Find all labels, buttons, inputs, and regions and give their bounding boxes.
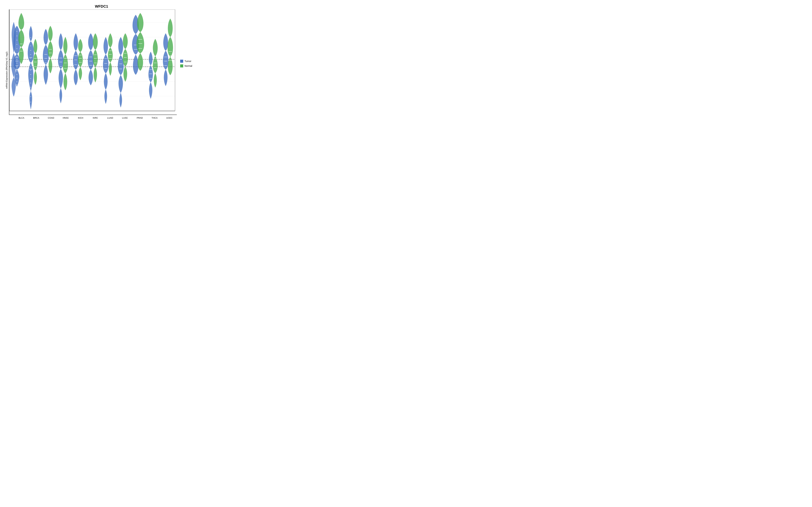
violin-kirc-normal [93, 34, 98, 50]
svg-rect-91 [16, 71, 17, 71]
svg-rect-86 [16, 49, 17, 49]
svg-rect-97 [30, 41, 31, 42]
svg-rect-88 [16, 59, 17, 60]
x-label-prad: PRAD [135, 117, 145, 123]
x-label-lusc: LUSC [120, 117, 130, 123]
x-label-kirc: KIRC [90, 117, 100, 123]
legend-label-normal: Normal [185, 65, 192, 67]
x-label-blca: BLCA [16, 117, 27, 123]
violin-thca-tumor [149, 52, 152, 65]
violin-kich-normal [78, 39, 83, 52]
svg-rect-104 [30, 70, 31, 70]
violin-lusc-tumor [118, 37, 123, 55]
svg-rect-89 [16, 63, 17, 63]
svg-rect-99 [30, 50, 31, 51]
chart-container: WFDC1 mRNA Expression (RNASeq V2, log2) [4, 3, 199, 124]
y-axis-label: mRNA Expression (RNASeq V2, log2) [4, 9, 9, 124]
legend-item-normal: Normal [180, 64, 199, 67]
svg-rect-93 [16, 78, 17, 78]
svg-rect-111 [30, 102, 31, 102]
violin-kirc-tumor [88, 34, 93, 50]
svg-rect-105 [30, 74, 31, 75]
svg-rect-109 [30, 92, 31, 92]
svg-rect-92 [16, 74, 17, 75]
x-label-brca: BRCA [31, 117, 41, 123]
violin-brca-tumor [29, 26, 33, 41]
svg-rect-102 [30, 62, 31, 62]
violin-coad-tumor [44, 29, 48, 45]
svg-rect-101 [30, 58, 31, 58]
plot-and-legend: 0 2 4 6 8 [9, 9, 199, 116]
x-label-hnsc: HNSC [61, 117, 71, 123]
svg-rect-94 [16, 81, 17, 82]
svg-rect-110 [30, 97, 31, 97]
x-axis-labels: BLCA BRCA COAD HNSC KICH KIRC LUAD LUSC … [14, 116, 177, 124]
violin-kich-tumor [73, 34, 78, 51]
legend-color-normal [180, 64, 183, 67]
svg-rect-100 [30, 54, 31, 55]
svg-rect-82 [16, 31, 17, 32]
violin-svg: 0 2 4 6 8 [9, 9, 177, 115]
x-label-coad: COAD [46, 117, 56, 123]
svg-rect-107 [30, 83, 31, 83]
chart-body: mRNA Expression (RNASeq V2, log2) [4, 9, 199, 124]
plot-area-container: 0 2 4 6 8 [9, 9, 199, 124]
svg-rect-87 [16, 56, 17, 57]
violin-lusc-normal [123, 34, 128, 49]
legend: Tumor Normal [177, 9, 199, 116]
x-label-kich: KICH [75, 117, 86, 123]
legend-label-tumor: Tumor [185, 60, 191, 62]
legend-color-tumor [180, 60, 183, 63]
svg-rect-96 [30, 38, 31, 38]
svg-rect-85 [16, 44, 17, 45]
svg-rect-106 [30, 78, 31, 79]
violin-thca-normal [153, 39, 157, 56]
svg-rect-95 [16, 85, 17, 85]
svg-rect-103 [30, 66, 31, 66]
x-label-luad: LUAD [105, 117, 115, 123]
violin-brca-normal [34, 39, 37, 53]
x-label-ucec: UCEC [164, 117, 174, 123]
violin-hnsc-tumor [59, 34, 63, 50]
svg-rect-108 [30, 87, 31, 88]
plot-area: 0 2 4 6 8 [9, 9, 177, 115]
violin-ucec-tumor [163, 34, 168, 51]
legend-item-tumor: Tumor [180, 60, 199, 63]
svg-rect-84 [16, 40, 17, 40]
violin-blca-normal-top [18, 13, 24, 30]
svg-rect-90 [16, 67, 17, 67]
x-label-thca: THCA [150, 117, 160, 123]
violin-ucec-normal-top [168, 19, 172, 37]
chart-title: WFDC1 [95, 4, 108, 9]
svg-rect-98 [30, 46, 31, 46]
violin-coad-normal [48, 26, 52, 41]
violin-hnsc-normal [63, 37, 67, 54]
svg-rect-83 [16, 36, 17, 36]
violin-luad-normal [108, 34, 112, 48]
